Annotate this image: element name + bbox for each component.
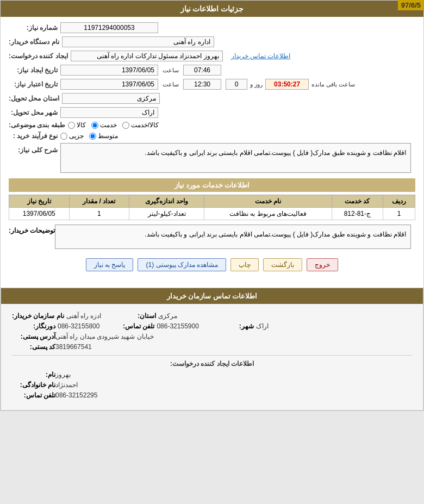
phone-value: 086-32155900 <box>157 322 198 330</box>
validity-date-row: ساعت باقی مانده 03:50:27 روز و 0 12:30 س… <box>9 79 415 90</box>
view-docs-button[interactable]: مشاهده مدارک پیوستی (1) <box>138 258 226 271</box>
province-value: مرکزی <box>158 312 177 320</box>
purchase-type-label: نوع فرآیند خرید : <box>9 132 58 140</box>
remaining-suffix: ساعت باقی مانده <box>311 81 355 88</box>
delivery-city-row: اراک شهر محل تحویل: <box>9 107 415 118</box>
category-options: کالا/خدمت خدمت کالا <box>68 121 159 129</box>
buyer-desc-label: توضیحات خریدار: <box>9 225 55 234</box>
need-number-value: 11971294000053 <box>60 22 158 33</box>
remaining-label: روز و <box>250 81 263 88</box>
remaining-days: 0 <box>226 79 247 90</box>
need-number-row: 11971294000053 شماره نیاز: <box>9 22 415 33</box>
category-kala-radio[interactable] <box>68 122 75 129</box>
table-row: 1ج-81-812فعالیت‌های مربوط به نظافتتعداد-… <box>9 208 415 220</box>
category-label: طبقه بندی موضوعی: <box>9 121 65 129</box>
category-kala-label: کالا <box>77 121 86 129</box>
print-button[interactable]: چاپ <box>230 258 259 271</box>
org-name-label: نام سازمان خریدار: <box>12 312 64 320</box>
purchase-type-row: متوسط جزیی نوع فرآیند خرید : <box>9 132 415 140</box>
purchase-type-jozi-radio[interactable] <box>60 133 67 140</box>
description-row: اقلام نظافت و شوینده طبق مدارک( فایل ) پ… <box>9 143 415 173</box>
category-kala-khidmat-radio[interactable] <box>122 122 129 129</box>
fax-value: 086-32155800 <box>58 322 99 330</box>
req-family-label: نام خانوادگی: <box>12 381 55 389</box>
purchase-type-motaset-radio[interactable] <box>89 133 96 140</box>
requester-label: ایجاد کننده درخواست: <box>9 52 68 60</box>
validity-time-value: 12:30 <box>183 79 221 90</box>
version-badge: 97/6/5 <box>398 0 424 10</box>
postal-row: 3819667541 کد پستی: <box>12 343 412 351</box>
org-name-value: ادزه راه آهنی <box>66 312 102 320</box>
validity-date-value: 1397/06/05 <box>60 79 158 90</box>
category-khidmat-label: خدمت <box>100 121 117 129</box>
purchase-type-motaset-label: متوسط <box>98 132 118 140</box>
contact-section: اطلاعات تماس سازمان خریدار مرکزی استان: … <box>1 288 423 410</box>
purchase-type-options: متوسط جزیی <box>60 132 118 140</box>
category-khidmat[interactable]: خدمت <box>91 121 117 129</box>
cell-unit: تعداد-کیلو-لیتر <box>129 208 204 220</box>
address-row: خیابان شهید شیرودی میدان راه آهنی آدرس پ… <box>12 333 412 340</box>
purchase-type-motaset[interactable]: متوسط <box>89 132 118 140</box>
delivery-city-label: شهر محل تحویل: <box>9 109 58 116</box>
req-family-row: احمدنژاد نام خانوادگی: <box>12 381 412 389</box>
validity-date-label: تاریخ اعتبار نیاز: <box>9 80 58 88</box>
back-button[interactable]: بازگشت <box>263 258 302 271</box>
address-value: خیابان شهید شیرودی میدان راه آهنی <box>55 333 154 340</box>
requester-section-title: اطلاعات ایجاد کننده درخواست: <box>12 360 412 368</box>
cell-name: فعالیت‌های مربوط به نظافت <box>204 208 332 220</box>
postal-value: 3819667541 <box>55 343 92 351</box>
req-phone-label: تلفن تماس: <box>12 391 55 399</box>
cell-quantity: 1 <box>69 208 129 220</box>
category-kala[interactable]: کالا <box>68 121 86 129</box>
reply-button[interactable]: پاسخ به نیاز <box>86 258 134 271</box>
phone-label: تلفن تماس: <box>111 322 154 330</box>
postal-label: کد پستی: <box>12 343 55 351</box>
phone-city-row: اراک شهر: 086-32155900 تلفن تماس: 086-32… <box>12 322 412 330</box>
col-name: نام خدمت <box>204 195 332 208</box>
delivery-province-label: استان محل تحویل: <box>9 95 59 102</box>
category-row: کالا/خدمت خدمت کالا طبقه بندی موضوعی: <box>9 121 415 129</box>
need-time-value: 07:46 <box>183 65 221 76</box>
category-khidmat-radio[interactable] <box>91 122 98 129</box>
city-label: شهر: <box>210 322 254 330</box>
req-phone-row: 086-32152295 تلفن تماس: <box>12 391 412 399</box>
category-kala-khidmat[interactable]: کالا/خدمت <box>122 121 159 129</box>
col-date: تاریخ نیاز <box>9 195 70 208</box>
need-date-value: 1397/06/05 <box>60 65 158 76</box>
need-number-label: شماره نیاز: <box>9 24 58 32</box>
province-label: استان: <box>113 312 156 320</box>
purchase-type-jozi[interactable]: جزیی <box>60 132 84 140</box>
fax-label: دورنگار: <box>12 322 55 330</box>
buyer-desc-row: اقلام نظافت و شوینده طبق مدارک( فایل ) پ… <box>9 225 415 252</box>
cell-row: 1 <box>383 208 415 220</box>
contact-section-header: اطلاعات تماس سازمان خریدار <box>1 288 423 304</box>
requester-contact-link[interactable]: اطلاعات تماس خریدار <box>231 52 291 60</box>
category-kala-khidmat-label: کالا/خدمت <box>131 121 159 129</box>
exit-button[interactable]: خروج <box>307 258 338 271</box>
buyer-org-row: اداره راه آهنی نام دستگاه خریدار: <box>9 36 415 47</box>
description-label: شرح کلی نیاز: <box>9 143 58 154</box>
col-unit: واحد اندازه‌گیری <box>129 195 204 208</box>
req-name-value: بهروز <box>55 371 71 378</box>
services-header: اطلاعات خدمات مورد نیاز <box>9 178 415 192</box>
city-value: اراک <box>256 322 269 330</box>
delivery-city-value: اراک <box>60 107 158 118</box>
remaining-time: 03:50:27 <box>265 79 309 90</box>
description-value: اقلام نظافت و شوینده طبق مدارک( فایل ) پ… <box>60 143 411 173</box>
requester-value: بهروز احمدنزاد مسئول تداركات اداره راه آ… <box>71 51 223 61</box>
delivery-province-value: مرکزی <box>62 93 160 104</box>
col-row: ردیف <box>383 195 415 208</box>
purchase-type-jozi-label: جزیی <box>69 132 84 140</box>
req-name-label: نام: <box>12 371 55 378</box>
services-table: ردیف کد خدمت نام خدمت واحد اندازه‌گیری ت… <box>9 195 415 220</box>
req-name-row: بهروز نام: <box>12 371 412 378</box>
cell-code: ج-81-812 <box>332 208 383 220</box>
cell-date: 1397/06/05 <box>9 208 70 220</box>
address-label: آدرس پستی: <box>12 333 55 340</box>
action-buttons: پاسخ به نیاز مشاهده مدارک پیوستی (1) چاپ… <box>9 258 415 271</box>
buyer-org-value: اداره راه آهنی <box>62 36 214 47</box>
req-family-value: احمدنژاد <box>55 381 78 389</box>
requester-row: اطلاعات تماس خریدار بهروز احمدنزاد مسئول… <box>9 51 415 61</box>
need-date-row: 07:46 ساعت 1397/06/05 تاریخ ایجاد نیاز: <box>9 65 415 76</box>
page-title: جزئیات اطلاعات نیاز <box>1 1 423 17</box>
